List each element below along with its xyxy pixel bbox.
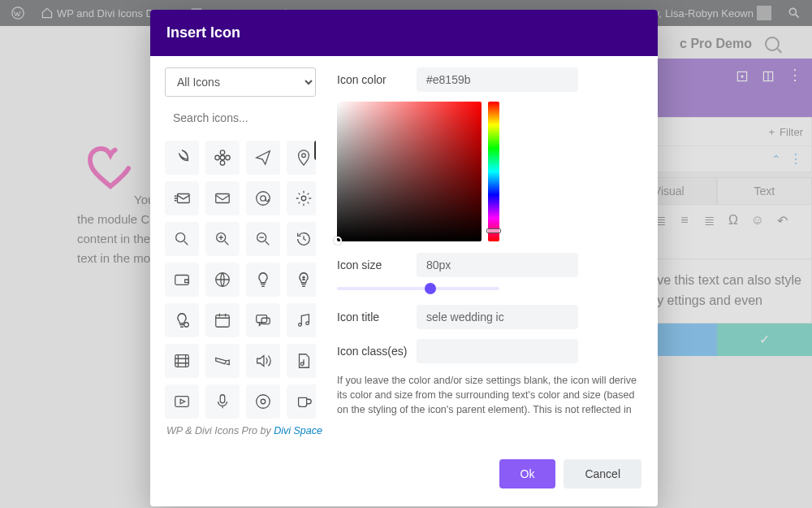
- svg-point-7: [220, 161, 225, 166]
- modal-title: Insert Icon: [150, 10, 658, 56]
- paper-plane-icon[interactable]: [246, 141, 280, 175]
- saturation-handle[interactable]: [334, 237, 342, 245]
- svg-point-15: [301, 196, 306, 201]
- music-notes-icon[interactable]: [287, 303, 316, 337]
- svg-point-31: [257, 395, 270, 409]
- icon-size-input[interactable]: [417, 253, 578, 277]
- saturation-area[interactable]: [337, 102, 482, 241]
- svg-point-9: [226, 155, 231, 160]
- svg-point-10: [302, 154, 306, 158]
- disc-icon[interactable]: [246, 384, 280, 419]
- bulb-icon[interactable]: [246, 263, 280, 297]
- svg-point-21: [184, 323, 189, 328]
- mug-icon[interactable]: [287, 384, 316, 419]
- icon-title-input[interactable]: [417, 305, 578, 329]
- globe-icon[interactable]: [205, 263, 240, 297]
- ok-button[interactable]: Ok: [499, 459, 556, 488]
- svg-rect-22: [216, 315, 230, 328]
- icon-classes-input[interactable]: [417, 339, 578, 363]
- svg-point-32: [261, 399, 266, 404]
- svg-point-6: [220, 150, 225, 155]
- play-icon[interactable]: [165, 384, 199, 419]
- hue-bar[interactable]: [488, 102, 499, 241]
- svg-point-16: [176, 233, 185, 242]
- scrollbar-thumb[interactable]: [314, 141, 316, 160]
- at-sign-icon[interactable]: [246, 181, 280, 215]
- svg-rect-12: [216, 194, 230, 203]
- icon-help-text: If you leave the color and/or size setti…: [337, 373, 643, 420]
- icon-size-slider[interactable]: [337, 287, 499, 290]
- volume-icon[interactable]: [246, 344, 280, 378]
- calendar-icon[interactable]: [205, 303, 240, 337]
- divi-space-link[interactable]: Divi Space: [274, 425, 322, 436]
- leaf-icon[interactable]: [165, 141, 199, 175]
- svg-rect-27: [175, 355, 189, 367]
- bulb-dollar-icon[interactable]: [287, 263, 316, 297]
- mail-icon[interactable]: [205, 181, 240, 215]
- svg-point-26: [306, 322, 309, 325]
- icon-grid-scrollbar[interactable]: [314, 141, 316, 420]
- film-icon[interactable]: [165, 344, 199, 378]
- zoom-out-icon[interactable]: [246, 222, 280, 256]
- mail-send-icon[interactable]: [165, 181, 199, 215]
- svg-rect-30: [220, 395, 225, 403]
- icon-color-input[interactable]: [417, 67, 578, 92]
- svg-point-28: [300, 363, 304, 366]
- chat-icon[interactable]: [246, 303, 280, 337]
- svg-rect-29: [175, 397, 189, 407]
- music-file-icon[interactable]: [287, 344, 316, 378]
- cctv-icon[interactable]: [205, 344, 240, 378]
- svg-rect-24: [261, 318, 270, 323]
- svg-point-8: [215, 155, 220, 160]
- icon-size-label: Icon size: [337, 258, 417, 271]
- icon-classes-label: Icon class(es): [337, 345, 417, 358]
- wallet-icon[interactable]: [165, 263, 199, 297]
- insert-icon-modal: Insert Icon All Icons Icon color: [150, 10, 658, 506]
- svg-point-13: [257, 192, 270, 206]
- slider-thumb[interactable]: [425, 283, 436, 294]
- map-pin-icon[interactable]: [287, 141, 316, 175]
- history-icon[interactable]: [287, 222, 316, 256]
- modal-actions: Ok Cancel: [150, 436, 658, 506]
- flower-icon[interactable]: [205, 141, 240, 175]
- gear-icon[interactable]: [287, 181, 316, 215]
- icon-settings-column: Icon color Icon size Icon title: [322, 56, 658, 420]
- search-icons-input[interactable]: [165, 105, 316, 131]
- cancel-button[interactable]: Cancel: [564, 459, 641, 488]
- color-picker[interactable]: [337, 102, 643, 241]
- modal-plugin-credit: WP & Divi Icons Pro by Divi Space: [150, 420, 658, 436]
- icon-color-label: Icon color: [337, 73, 417, 86]
- svg-rect-11: [178, 194, 190, 203]
- bulb-gear-icon[interactable]: [165, 303, 199, 337]
- icon-category-select[interactable]: All Icons: [165, 67, 316, 97]
- icon-grid: [165, 141, 316, 419]
- search-icon[interactable]: [165, 222, 199, 256]
- icon-picker-column: All Icons: [150, 56, 322, 420]
- svg-point-25: [299, 323, 302, 327]
- hue-handle[interactable]: [486, 228, 501, 233]
- mic-icon[interactable]: [205, 384, 240, 419]
- icon-title-label: Icon title: [337, 310, 417, 323]
- svg-point-14: [261, 196, 266, 201]
- zoom-in-icon[interactable]: [205, 222, 240, 256]
- svg-point-5: [220, 155, 225, 160]
